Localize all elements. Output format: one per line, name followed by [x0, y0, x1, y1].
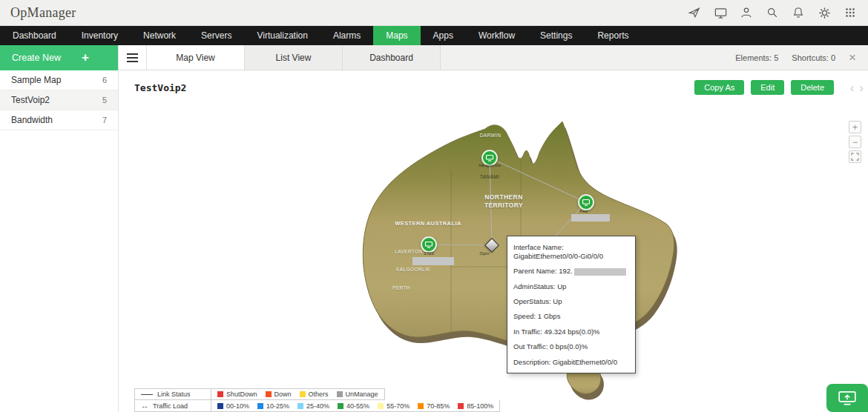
interface-tooltip: Interface Name: GigabitEthernet0/0/0-Gi0… [507, 236, 636, 373]
legend-item: 40-55% [338, 402, 369, 410]
nav-item-settings[interactable]: Settings [527, 26, 585, 45]
traffic-load-items: 00-10% 10-25% 25-40% 40-55% 55-70% 70-85… [211, 400, 500, 412]
sidebar-item-count: 5 [102, 96, 107, 104]
nav-item-maps[interactable]: Maps [373, 26, 420, 45]
link-status-title: Link Status [134, 388, 211, 400]
maps-sidebar: Create New + Sample Map 6 TestVoip2 5 Ba… [0, 45, 119, 412]
device-node-2[interactable] [578, 194, 594, 210]
map-pager: ‹ › [850, 81, 864, 96]
zoom-out-button[interactable]: − [849, 136, 861, 148]
map-legend: Link Status ShutDown Down Others UnManag… [134, 388, 500, 412]
region-label-perth: PERTH [392, 285, 410, 290]
close-icon[interactable]: × [849, 51, 856, 64]
sidebar-item-label: Sample Map [11, 75, 61, 85]
sidebar-item-testvoip2[interactable]: TestVoip2 5 [0, 90, 118, 110]
legend-item: 55-70% [378, 402, 410, 410]
tooltip-admin-status: AdminStatus: Up [513, 282, 629, 291]
legend-item: 70-85% [418, 402, 450, 410]
tab-list-view[interactable]: List View [245, 45, 343, 70]
nav-item-workflow[interactable]: Workflow [466, 26, 527, 45]
region-label-northern-territory: NORTHERN TERRITORY [481, 193, 527, 209]
send-icon[interactable] [687, 5, 702, 20]
map-actions: Copy As Edit Delete [694, 80, 834, 95]
link-line-icon [141, 394, 153, 395]
tab-dashboard[interactable]: Dashboard [343, 45, 441, 70]
redacted-value [574, 268, 626, 276]
device-node-1-label: lra-spm-cis [479, 163, 500, 167]
device-node-3[interactable] [421, 236, 437, 253]
device-node-2-label: Fed [580, 209, 588, 213]
legend-item: 10-25% [257, 402, 289, 410]
top-header: OpManager [0, 0, 868, 26]
link-status-row: Link Status ShutDown Down Others UnManag… [134, 388, 500, 400]
page-title: TestVoip2 [134, 82, 186, 93]
region-label-darwin: DARWIN [480, 133, 502, 138]
nav-item-virtualization[interactable]: Virtualization [244, 26, 320, 45]
region-label-kalgoorlie: KALGOORLIE [396, 267, 430, 272]
user-icon[interactable] [739, 5, 754, 20]
diamond-label: Opm [479, 251, 489, 256]
copy-as-button[interactable]: Copy As [694, 80, 744, 95]
nav-item-reports[interactable]: Reports [585, 26, 641, 45]
legend-item: 85-100% [458, 402, 493, 410]
support-chat-button[interactable] [826, 384, 868, 412]
legend-item: Down [266, 391, 292, 398]
sidebar-item-count: 7 [102, 116, 107, 124]
tooltip-description: Description: GigabitEthernet0/0/0 [513, 358, 629, 367]
legend-item: 25-40% [297, 402, 329, 410]
hamburger-menu-icon[interactable] [119, 45, 147, 70]
region-label-western-australia: WESTERN AUSTRALIA [395, 220, 461, 227]
remote-monitor-icon[interactable] [713, 5, 728, 20]
shortcuts-count: Shortcuts: 0 [792, 53, 835, 62]
tab-map-view[interactable]: Map View [147, 45, 245, 70]
next-chevron-icon[interactable]: › [859, 81, 864, 96]
nav-item-network[interactable]: Network [131, 26, 188, 45]
toolbar-right: Elements: 5 Shortcuts: 0 × [735, 45, 868, 70]
sidebar-item-label: TestVoip2 [11, 95, 50, 105]
tooltip-out-traffic: Out Traffic: 0 bps(0.0)% [513, 342, 629, 351]
zoom-controls: + − [849, 121, 861, 163]
opmanager-logo: OpManager [10, 5, 76, 21]
tooltip-speed: Speed: 1 Gbps [513, 312, 629, 321]
traffic-load-row: ↔ Traffic Load 00-10% 10-25% 25-40% 40-5… [134, 400, 500, 412]
zoom-in-button[interactable]: + [849, 121, 861, 133]
map-content: TestVoip2 Copy As Edit Delete ‹ › [119, 70, 868, 412]
redacted-label [412, 257, 454, 265]
legend-item: UnManage [337, 391, 378, 398]
nav-item-servers[interactable]: Servers [188, 26, 244, 45]
traffic-arrow-icon: ↔ [141, 402, 148, 410]
nav-item-alarms[interactable]: Alarms [320, 26, 373, 45]
delete-button[interactable]: Delete [791, 80, 834, 95]
gear-icon[interactable] [817, 5, 832, 20]
sidebar-item-sample-map[interactable]: Sample Map 6 [0, 70, 118, 90]
legend-item: 00-10% [217, 402, 249, 410]
header-icons [687, 5, 858, 20]
search-icon[interactable] [765, 5, 780, 20]
main-nav: Dashboard Inventory Network Servers Virt… [0, 26, 868, 45]
create-new-button[interactable]: Create New + [0, 45, 118, 70]
link-status-items: ShutDown Down Others UnManage [211, 388, 385, 400]
sidebar-item-bandwidth[interactable]: Bandwidth 7 [0, 110, 118, 130]
nav-item-inventory[interactable]: Inventory [69, 26, 131, 45]
traffic-load-title: ↔ Traffic Load [134, 400, 211, 412]
redacted-label [571, 214, 610, 222]
elements-count: Elements: 5 [735, 53, 778, 62]
tooltip-parent-name: Parent Name: 192. [513, 267, 629, 276]
bell-icon[interactable] [791, 5, 806, 20]
apps-grid-icon[interactable] [843, 5, 858, 20]
sidebar-item-count: 6 [102, 76, 107, 84]
tooltip-oper-status: OperStatus: Up [513, 297, 629, 306]
opmanager-screen: OpManager Dashb [0, 0, 868, 412]
region-label-tanami: TANAMI [480, 174, 499, 179]
edit-button[interactable]: Edit [751, 80, 784, 95]
sidebar-item-label: Bandwidth [11, 115, 53, 125]
legend-item: ShutDown [217, 391, 257, 398]
region-label-laverton: LAVERTON [395, 249, 423, 254]
fit-screen-button[interactable] [849, 150, 861, 163]
tooltip-in-traffic: In Traffic: 49.324 bps(0.0)% [513, 328, 629, 336]
map-toolbar: Map View List View Dashboard Elements: 5… [119, 45, 868, 70]
prev-chevron-icon[interactable]: ‹ [850, 81, 855, 96]
nav-item-dashboard[interactable]: Dashboard [0, 26, 69, 45]
tooltip-interface-name: Interface Name: GigabitEthernet0/0/0-Gi0… [513, 243, 629, 261]
nav-item-apps[interactable]: Apps [421, 26, 466, 45]
